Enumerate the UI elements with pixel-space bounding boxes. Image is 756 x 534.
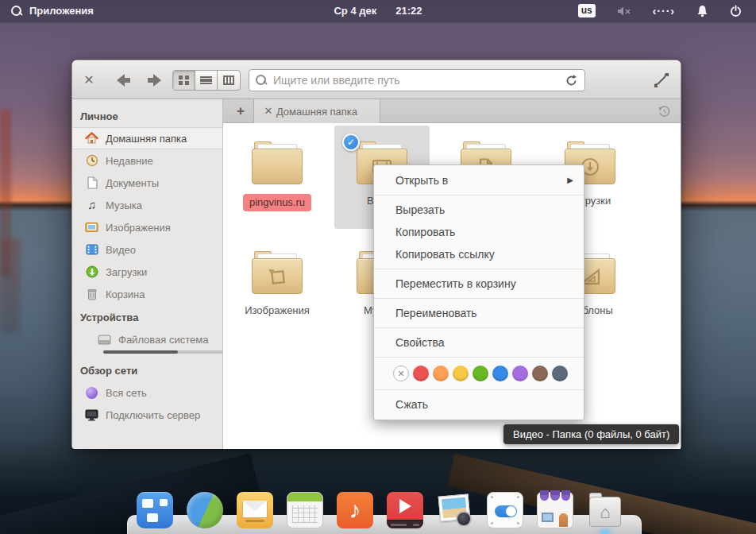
tab-home[interactable]: ✕ Домашняя папка — [253, 99, 380, 123]
videos-icon — [85, 243, 98, 257]
menu-separator — [374, 269, 584, 269]
column-view-button[interactable] — [218, 71, 240, 90]
calendar-icon[interactable] — [287, 492, 323, 528]
settings-icon[interactable] — [487, 492, 523, 528]
dock-icons: ♪ ⌂ — [137, 492, 623, 528]
sidebar-item-pictures[interactable]: Изображения — [72, 216, 222, 238]
mail-icon[interactable] — [237, 492, 273, 528]
maximize-icon[interactable] — [652, 71, 671, 90]
menu-separator — [374, 327, 584, 328]
applications-menu-label: Приложения — [29, 5, 94, 17]
sidebar-item-label: Недавние — [106, 155, 153, 167]
running-indicator — [601, 530, 609, 534]
search-icon — [256, 75, 267, 86]
search-icon — [11, 6, 22, 17]
submenu-arrow-icon: ▶ — [567, 169, 573, 192]
sidebar-item-documents[interactable]: Документы — [72, 172, 222, 194]
grid-view-icon — [179, 75, 189, 85]
tag-blue-button[interactable] — [492, 366, 508, 381]
sidebar-item-videos[interactable]: Видео — [72, 238, 222, 261]
sidebar-item-home[interactable]: Домашняя папка — [72, 127, 222, 149]
window-toolbar: ✕ — [72, 60, 681, 99]
server-icon — [85, 408, 98, 422]
harddisk-icon — [98, 333, 111, 346]
list-view-button[interactable] — [195, 71, 218, 90]
path-search-bar — [249, 69, 585, 91]
menu-separator — [374, 298, 584, 299]
menu-item-move-to-trash[interactable]: Переместить в корзину — [374, 273, 584, 295]
videos-icon[interactable] — [387, 492, 423, 528]
downloads-icon — [85, 265, 98, 279]
recent-icon — [85, 154, 98, 168]
column-view-icon — [223, 75, 234, 85]
sidebar-item-downloads[interactable]: Загрузки — [72, 261, 222, 283]
network-globe-icon — [85, 386, 98, 400]
folder-pictures[interactable]: Изображения — [226, 251, 328, 318]
pier-post — [0, 238, 21, 334]
tag-yellow-button[interactable] — [453, 366, 469, 381]
music-icon[interactable]: ♪ — [337, 492, 373, 528]
folder-color-tags: ✕ — [374, 361, 584, 386]
network-icon[interactable]: ‹···› — [653, 5, 675, 17]
tab-bar: + ✕ Домашняя папка — [223, 99, 681, 123]
menu-item-copy-link[interactable]: Копировать ссылку — [374, 243, 584, 265]
refresh-icon[interactable] — [565, 74, 578, 87]
multitasking-icon[interactable] — [137, 492, 173, 528]
tab-history-icon[interactable] — [658, 105, 671, 118]
menu-item-properties[interactable]: Свойства — [374, 331, 584, 354]
folder-icon — [252, 251, 303, 294]
sidebar-item-label: Изображения — [106, 222, 171, 234]
tag-green-button[interactable] — [472, 366, 488, 381]
tag-orange-button[interactable] — [433, 366, 449, 381]
menu-separator — [374, 389, 584, 390]
appcenter-icon[interactable] — [537, 492, 573, 528]
keyboard-layout-indicator[interactable]: us — [578, 4, 596, 17]
documents-icon — [85, 176, 98, 190]
photos-icon[interactable] — [437, 492, 473, 528]
applications-menu[interactable]: Приложения — [0, 5, 94, 17]
menu-item-cut[interactable]: Вырезать — [374, 199, 584, 221]
tag-clear-button[interactable]: ✕ — [393, 366, 409, 381]
menu-separator — [374, 195, 584, 195]
sidebar-item-label: Документы — [106, 177, 159, 189]
back-button[interactable] — [114, 71, 134, 90]
top-panel: Приложения Ср 4 дек 21:22 us ‹···› — [0, 0, 756, 21]
sidebar-item-entire-network[interactable]: Вся сеть — [72, 381, 222, 404]
menu-item-copy[interactable]: Копировать — [374, 221, 584, 243]
menu-item-compress[interactable]: Сжать — [374, 393, 584, 416]
tab-close-button[interactable]: ✕ — [262, 105, 275, 118]
tag-purple-button[interactable] — [512, 366, 528, 381]
tag-slate-button[interactable] — [552, 366, 568, 381]
sidebar-item-filesystem[interactable]: Файловая система — [72, 328, 222, 358]
sidebar-item-music[interactable]: ♫ Музыка — [72, 194, 222, 216]
folder-icon — [252, 141, 303, 184]
sidebar-item-trash[interactable]: Корзина — [72, 283, 222, 305]
forward-button[interactable] — [144, 71, 164, 90]
files-icon[interactable]: ⌂ — [587, 492, 623, 528]
sidebar-item-label: Подключить сервер — [106, 409, 200, 421]
menu-item-open-with[interactable]: Открыть в ▶ — [374, 169, 584, 192]
date-label: Ср 4 дек — [334, 5, 376, 17]
desktop: Приложения Ср 4 дек 21:22 us ‹···› — [0, 0, 756, 534]
tag-brown-button[interactable] — [532, 366, 548, 381]
menu-item-rename[interactable]: Переименовать — [374, 302, 584, 324]
grid-view-button[interactable] — [173, 71, 195, 90]
browser-icon[interactable] — [187, 492, 223, 528]
menu-separator — [374, 357, 584, 358]
view-switcher — [172, 70, 241, 91]
sidebar-section-personal: Личное — [72, 104, 222, 127]
sidebar-item-connect-server[interactable]: Подключить сервер — [72, 404, 222, 426]
new-tab-button[interactable]: + — [230, 99, 252, 123]
volume-muted-icon[interactable] — [617, 6, 631, 17]
window-close-button[interactable]: ✕ — [80, 72, 98, 89]
search-input[interactable] — [273, 74, 558, 87]
power-icon[interactable] — [730, 5, 742, 17]
folder-info-tooltip: Видео - Папка (0 файлы, 0 байт) — [503, 424, 679, 444]
tag-red-button[interactable] — [413, 366, 429, 381]
sidebar-item-label: Корзина — [106, 288, 145, 300]
notifications-icon[interactable] — [696, 5, 708, 17]
folder-pingvinus[interactable]: pingvinus.ru — [226, 141, 328, 211]
sidebar-item-label: Музыка — [106, 199, 142, 211]
sidebar-item-recent[interactable]: Недавние — [72, 149, 222, 172]
selected-check-badge[interactable]: ✓ — [342, 134, 360, 151]
